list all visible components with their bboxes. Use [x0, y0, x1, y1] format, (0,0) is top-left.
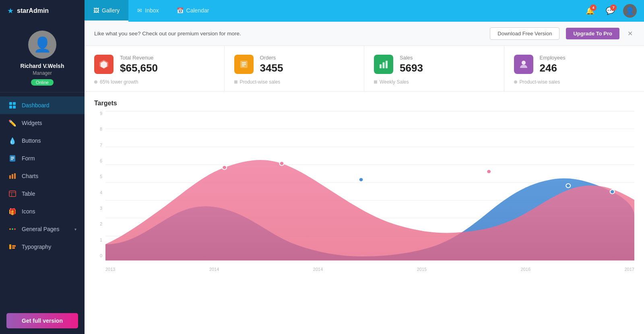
svg-point-16 — [14, 228, 16, 230]
chart-dot — [222, 166, 227, 170]
stat-card-employees: Employees 246 Product-wise sales — [504, 46, 644, 91]
y-label: 8 — [94, 127, 102, 131]
stat-sales-label: Sales — [400, 55, 494, 61]
user-avatar-nav[interactable]: 👤 — [623, 4, 637, 18]
sidebar-item-form[interactable]: Form — [0, 150, 85, 167]
y-label: 6 — [94, 158, 102, 163]
y-label: 3 — [94, 206, 102, 211]
dashboard-icon — [8, 101, 17, 110]
sidebar-avatar: 👤 — [28, 31, 56, 59]
stat-revenue-footer-text: 65% lower growth — [100, 79, 138, 85]
stat-card-revenue: Total Revenue $65,650 65% lower growth — [85, 46, 225, 91]
svg-rect-0 — [9, 102, 12, 105]
sidebar-item-label: Form — [22, 155, 76, 162]
inbox-icon: ✉ — [137, 7, 142, 14]
grid-line — [105, 260, 634, 261]
chart-y-axis: 9 8 7 6 5 4 3 2 1 0 — [94, 111, 102, 260]
stat-employees-footer-text: Product-wise sales — [520, 79, 560, 85]
stat-revenue-info: Total Revenue $65,650 — [120, 55, 215, 74]
tab-inbox[interactable]: ✉ Inbox — [128, 0, 167, 22]
stat-card-top: Sales 5693 — [374, 55, 494, 74]
stat-sales-value: 5693 — [400, 62, 494, 74]
sidebar-item-general-pages[interactable]: General Pages ▾ — [0, 220, 85, 238]
chart-title: Targets — [94, 100, 634, 107]
main-area: 👤 Richard V.Welsh Manager Online Dashboa… — [0, 22, 644, 334]
svg-rect-3 — [13, 106, 16, 109]
stat-revenue-value: $65,650 — [120, 62, 215, 74]
sidebar-item-label: Charts — [22, 173, 76, 179]
logo-star-icon: ★ — [7, 6, 14, 15]
promo-close-button[interactable]: ✕ — [626, 30, 634, 37]
stat-card-orders: Orders 3455 Product-wise sales — [225, 46, 365, 91]
svg-rect-10 — [14, 173, 16, 179]
svg-point-15 — [12, 228, 13, 230]
chart-svg-wrapper — [105, 111, 634, 260]
typography-icon — [8, 242, 17, 251]
x-label: 2016 — [521, 267, 530, 272]
messages-btn[interactable]: 💬 7 — [603, 4, 617, 18]
sidebar-user-name: Richard V.Welsh — [21, 63, 64, 69]
chart-dot — [487, 170, 491, 174]
get-full-version-button[interactable]: Get full version — [6, 313, 78, 328]
y-label: 9 — [94, 111, 102, 116]
sidebar-item-dashboard[interactable]: Dashboard — [0, 96, 85, 114]
x-label: 2013 — [105, 267, 115, 272]
sidebar-item-widgets[interactable]: ✏️ Widgets — [0, 114, 85, 132]
svg-point-29 — [522, 61, 526, 65]
table-icon — [8, 189, 17, 198]
chart-svg — [105, 111, 634, 260]
sidebar-item-icons[interactable]: 🎁 Icons — [0, 203, 85, 220]
sidebar-item-label: Typography — [22, 244, 76, 250]
sidebar-item-label: Buttons — [22, 137, 76, 144]
x-label: 2017 — [624, 267, 634, 272]
chart-section: Targets 9 8 7 6 5 — [85, 92, 644, 334]
y-label: 2 — [94, 221, 102, 226]
logo-area: ★ starAdmin — [0, 0, 85, 22]
sidebar-bottom: Get full version — [0, 307, 85, 334]
chart-pink-area — [105, 160, 634, 260]
sidebar-item-buttons[interactable]: 💧 Buttons — [0, 132, 85, 150]
arrow-icon: ▾ — [74, 227, 76, 232]
svg-rect-19 — [12, 247, 15, 249]
stat-card-top: Total Revenue $65,650 — [94, 55, 215, 74]
stat-orders-value: 3455 — [260, 62, 355, 74]
upgrade-to-pro-button[interactable]: Upgrade To Pro — [566, 28, 619, 39]
svg-rect-28 — [386, 61, 388, 68]
sidebar-item-label: General Pages — [22, 226, 70, 232]
y-label: 5 — [94, 174, 102, 179]
chart-dot — [280, 162, 284, 166]
revenue-icon — [94, 55, 114, 74]
stat-revenue-footer: 65% lower growth — [94, 79, 215, 85]
x-label: 2014 — [209, 267, 219, 272]
svg-rect-26 — [380, 64, 382, 68]
form-icon — [8, 154, 17, 163]
sidebar-item-typography[interactable]: Typography — [0, 238, 85, 256]
tab-calendar[interactable]: 📅 Calendar — [168, 0, 218, 22]
notification-badge: 4 — [590, 4, 597, 11]
sidebar: 👤 Richard V.Welsh Manager Online Dashboa… — [0, 22, 85, 334]
orders-icon — [234, 55, 254, 74]
svg-rect-1 — [13, 102, 16, 105]
stat-employees-footer: Product-wise sales — [514, 79, 635, 85]
stat-sales-info: Sales 5693 — [400, 55, 494, 74]
footer-dot — [514, 80, 517, 84]
stat-sales-footer-text: Weekly Sales — [380, 79, 409, 85]
charts-icon — [8, 172, 17, 180]
nav-right: 🔔 4 💬 7 👤 — [583, 4, 644, 18]
app-name: starAdmin — [17, 7, 49, 14]
y-label: 7 — [94, 143, 102, 148]
tab-gallery[interactable]: 🖼 Gallery — [85, 0, 128, 22]
x-label: 2015 — [417, 267, 427, 272]
main-content: Like what you see? Check out our premium… — [85, 22, 644, 334]
svg-rect-18 — [12, 245, 16, 247]
stat-employees-info: Employees 246 — [540, 55, 635, 74]
notification-btn[interactable]: 🔔 4 — [583, 4, 597, 18]
svg-point-14 — [9, 228, 11, 230]
chart-dot — [610, 190, 615, 194]
sales-icon — [374, 55, 393, 74]
sidebar-item-charts[interactable]: Charts — [0, 167, 85, 185]
nav-tabs: 🖼 Gallery ✉ Inbox 📅 Calendar — [85, 0, 583, 22]
stat-revenue-label: Total Revenue — [120, 55, 215, 61]
download-free-version-button[interactable]: Download Free Version — [490, 27, 559, 40]
sidebar-item-table[interactable]: Table — [0, 185, 85, 203]
